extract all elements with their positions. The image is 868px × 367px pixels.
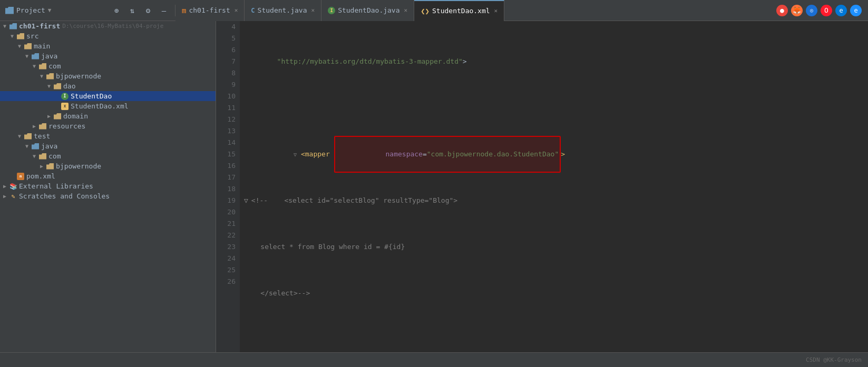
- project-sidebar: ch01-first D:\course\16-MyBatis\04-proje…: [0, 21, 216, 352]
- sidebar-label-scratches: Scratches and Consoles: [19, 192, 110, 200]
- tab-studentdao-java[interactable]: I StudentDao.java ✕: [321, 0, 414, 21]
- sidebar-item-com-test[interactable]: com: [0, 151, 216, 161]
- scratches-icon: ✎: [9, 193, 17, 200]
- chevron-resources: [32, 123, 37, 129]
- sidebar-label-bjpowernode-test: bjpowernode: [56, 162, 101, 170]
- firefox-icon[interactable]: 🦊: [791, 5, 803, 16]
- chevron-domain: [46, 113, 52, 119]
- code-line-5: [244, 102, 864, 114]
- chrome-icon[interactable]: ●: [776, 5, 788, 16]
- chevron-ext-libs: [2, 183, 7, 189]
- sidebar-item-studentdao-xml[interactable]: X StudentDao.xml: [0, 101, 216, 111]
- folder-icon-bjpowernode-test: [46, 163, 54, 170]
- sidebar-label-resources: resources: [48, 122, 85, 130]
- sidebar-item-java-main[interactable]: java: [0, 51, 216, 61]
- chevron-bjpowernode-test: [39, 163, 44, 169]
- folder-icon-com-main: [39, 63, 46, 70]
- chevron-com-main: [32, 63, 37, 69]
- code-line-4: "http://mybatis.org/dtd/mybatis-3-mapper…: [244, 56, 864, 67]
- project-dropdown-arrow[interactable]: ▼: [48, 7, 52, 14]
- sidebar-item-pom[interactable]: m pom.xml: [0, 171, 216, 181]
- sidebar-label-studentdao-xml: StudentDao.xml: [71, 102, 129, 110]
- sidebar-item-src[interactable]: src: [0, 31, 216, 41]
- sidebar-item-bjpowernode-test[interactable]: bjpowernode: [0, 161, 216, 171]
- sidebar-label-com-main: com: [48, 62, 61, 70]
- sidebar-item-java-test[interactable]: java: [0, 141, 216, 151]
- settings-icon[interactable]: ⚙: [142, 5, 154, 16]
- sidebar-item-main[interactable]: main: [0, 41, 216, 51]
- chevron-main: [17, 43, 22, 49]
- code-editor: 4 5 6 7 8 9 10 11 12 13 14 15 16 17 18 1…: [216, 21, 868, 352]
- sidebar-item-scratches[interactable]: ✎ Scratches and Consoles: [0, 191, 216, 201]
- code-area[interactable]: 4 5 6 7 8 9 10 11 12 13 14 15 16 17 18 1…: [216, 21, 868, 352]
- browser-icons-bar: ● 🦊 ◎ O e e: [770, 5, 868, 16]
- sidebar-label-java-test: java: [41, 142, 57, 150]
- sidebar-label-ext-libs: External Libraries: [19, 182, 93, 190]
- sidebar-item-resources[interactable]: resources: [0, 121, 216, 131]
- project-folder-icon: [5, 7, 14, 14]
- edge-icon[interactable]: e: [835, 5, 847, 16]
- sidebar-label-com-test: com: [48, 152, 61, 160]
- chevron-dao: [46, 83, 52, 89]
- sidebar-item-com-main[interactable]: com: [0, 61, 216, 71]
- folder-icon-src: [17, 33, 24, 39]
- sidebar-label-studentdao: StudentDao: [71, 92, 112, 100]
- opera-icon[interactable]: O: [821, 5, 832, 16]
- safari-icon[interactable]: ◎: [806, 5, 817, 16]
- tab-studentdao-xml-label: StudentDao.xml: [432, 7, 490, 15]
- code-span: "http://mybatis.org/dtd/mybatis-3-mapper…: [244, 56, 463, 67]
- tab-xml-icon: ❮❯: [421, 7, 430, 15]
- tab-studentdao-xml[interactable]: ❮❯ StudentDao.xml ✕: [414, 0, 504, 21]
- tab-student-java-close[interactable]: ✕: [311, 7, 315, 14]
- fold-arrow-6[interactable]: ▽: [294, 152, 297, 157]
- ie-icon[interactable]: e: [850, 5, 862, 16]
- sidebar-label-test: test: [34, 132, 50, 140]
- tab-java-icon: C: [251, 7, 255, 14]
- sidebar-path-ch01-first: D:\course\16-MyBatis\04-proje: [62, 23, 163, 29]
- tab-student-java[interactable]: C Student.java ✕: [245, 0, 321, 21]
- bottom-bar: CSDN @KK-Grayson: [0, 352, 868, 367]
- interface-icon-studentdao: I: [61, 93, 69, 100]
- folder-icon-bjpowernode: [46, 73, 54, 80]
- folder-icon-dao: [54, 83, 61, 90]
- folder-icon-test: [24, 133, 32, 140]
- line-numbers: 4 5 6 7 8 9 10 11 12 13 14 15 16 17 18 1…: [216, 21, 240, 352]
- folder-icon-resources: [39, 123, 46, 130]
- top-bar: Project ▼ ⊕ ⇅ ⚙ — m ch01-first ✕ C Stude…: [0, 0, 868, 21]
- tab-studentdao-xml-close[interactable]: ✕: [494, 7, 498, 14]
- chevron-test: [17, 133, 22, 139]
- sidebar-item-external-libs[interactable]: 📚 External Libraries: [0, 181, 216, 191]
- code-line-8: select * from Blog where id = #{id}: [244, 241, 864, 253]
- sidebar-item-ch01-first[interactable]: ch01-first D:\course\16-MyBatis\04-proje: [0, 21, 216, 31]
- sidebar-label-dao: dao: [63, 82, 75, 90]
- chevron-java-test: [24, 143, 30, 149]
- sidebar-item-test[interactable]: test: [0, 131, 216, 141]
- folder-icon-java-test: [32, 143, 39, 150]
- sidebar-item-domain[interactable]: domain: [0, 111, 216, 121]
- tab-dao-icon: I: [328, 7, 335, 14]
- sidebar-item-bjpowernode[interactable]: bjpowernode: [0, 71, 216, 81]
- code-line-7: ▽ <!-- <select id="selectBlog" resultTyp…: [244, 195, 864, 206]
- chevron-src: [9, 33, 15, 39]
- collapse-icon[interactable]: —: [158, 5, 170, 16]
- chevron-scratches: [2, 193, 7, 199]
- tab-student-java-label: Student.java: [258, 6, 307, 14]
- folder-icon-main: [24, 43, 32, 49]
- chevron-java-main: [24, 53, 30, 59]
- code-content[interactable]: "http://mybatis.org/dtd/mybatis-3-mapper…: [240, 21, 868, 352]
- ext-libs-icon: 📚: [9, 183, 17, 190]
- project-panel-header: Project ▼: [0, 6, 105, 14]
- xml-icon-studentdao: X: [61, 103, 69, 110]
- tab-studentdao-java-label: StudentDao.java: [338, 6, 399, 14]
- sidebar-item-dao[interactable]: dao: [0, 81, 216, 91]
- tab-ch01-first-close[interactable]: ✕: [235, 7, 238, 14]
- chevron-com-test: [32, 153, 37, 159]
- code-span: namespace: [386, 150, 423, 158]
- tab-ch01-first[interactable]: m ch01-first ✕: [175, 0, 245, 21]
- navigate-icon[interactable]: ⊕: [111, 5, 122, 16]
- folder-icon-java-main: [32, 53, 39, 59]
- sidebar-item-studentdao[interactable]: I StudentDao: [0, 91, 216, 101]
- sync-icon[interactable]: ⇅: [126, 5, 138, 16]
- sidebar-label-pom: pom.xml: [26, 172, 55, 180]
- tab-studentdao-java-close[interactable]: ✕: [404, 7, 408, 14]
